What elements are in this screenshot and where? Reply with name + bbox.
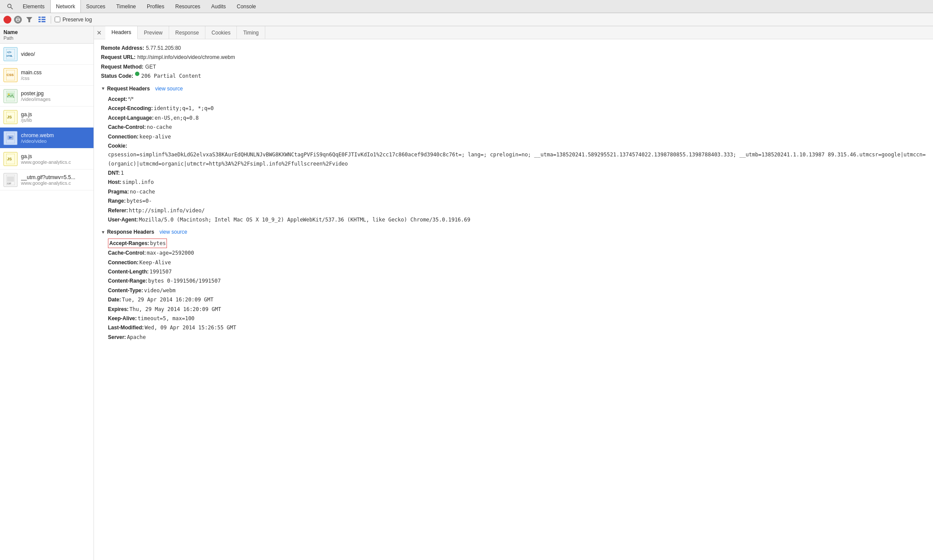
svg-rect-17 <box>7 93 14 98</box>
file-info: __utm.gif?utmwv=5.5... www.google-analyt… <box>21 174 75 186</box>
header-key: Referer: <box>108 206 128 215</box>
header-entry: Accept: */* <box>108 95 926 104</box>
header-key: DNT: <box>108 169 120 177</box>
svg-rect-5 <box>38 17 41 18</box>
file-name: main.css <box>21 69 42 76</box>
file-name: chrome.webm <box>21 132 54 138</box>
file-name: poster.jpg <box>21 90 51 97</box>
webm-icon <box>3 131 17 145</box>
list-view-button[interactable] <box>37 16 47 24</box>
svg-rect-9 <box>38 21 41 22</box>
header-key: Pragma: <box>108 187 129 196</box>
tab-console[interactable]: Console <box>232 0 262 13</box>
css-icon: CSS <box>3 68 17 82</box>
file-name: ga.js <box>21 153 71 159</box>
tab-sources[interactable]: Sources <box>81 0 111 13</box>
tab-timing[interactable]: Timing <box>237 26 265 39</box>
tab-audits[interactable]: Audits <box>206 0 231 13</box>
header-val: no-cache <box>147 123 172 131</box>
header-val: bytes 0-1991506/1991507 <box>148 277 221 285</box>
search-button[interactable] <box>3 3 17 10</box>
header-val: Keep-Alive <box>139 258 171 267</box>
svg-marker-4 <box>26 17 32 22</box>
request-method-row: Request Method: GET <box>101 62 926 71</box>
request-url-value: http://simpl.info/video/video/chrome.web… <box>137 53 235 62</box>
tab-cookies[interactable]: Cookies <box>205 26 237 39</box>
header-entry: Cache-Control: no-cache <box>108 123 926 131</box>
status-indicator <box>135 72 139 76</box>
header-val: Wed, 09 Apr 2014 15:26:55 GMT <box>145 323 236 332</box>
tab-profiles[interactable]: Profiles <box>142 0 170 13</box>
header-key: User-Agent: <box>108 215 138 224</box>
header-entry: Expires: Thu, 29 May 2014 16:20:09 GMT <box>108 305 926 314</box>
header-val: */* <box>128 95 134 104</box>
header-val: keep-alive <box>139 132 171 141</box>
svg-rect-8 <box>42 19 45 20</box>
header-val: bytes=0- <box>127 197 152 205</box>
filter-button[interactable] <box>24 16 34 23</box>
svg-text:HTML: HTML <box>7 55 13 57</box>
tab-response[interactable]: Response <box>169 26 205 39</box>
status-code-label: Status Code: <box>101 72 133 80</box>
header-val: video/webm <box>144 286 175 295</box>
request-headers-view-source[interactable]: view source <box>155 84 183 93</box>
header-entry: Server: Apache <box>108 333 926 342</box>
request-headers-toggle[interactable]: ▼ <box>101 85 105 92</box>
request-method-label: Request Method: <box>101 62 143 71</box>
tab-network[interactable]: Network <box>50 0 81 13</box>
image-icon <box>3 89 17 103</box>
list-item[interactable]: JS ga.js www.google-analytics.c <box>0 149 94 169</box>
svg-text:CSS: CSS <box>7 73 14 77</box>
response-headers-toggle[interactable]: ▼ <box>101 228 105 236</box>
header-key: Connection: <box>108 132 139 141</box>
header-entry: Connection: Keep-Alive <box>108 258 926 267</box>
header-key: Cache-Control: <box>108 249 146 257</box>
svg-rect-6 <box>42 17 45 18</box>
list-item[interactable]: chrome.webm /video/video <box>0 128 94 149</box>
header-entry: User-Agent: Mozilla/5.0 (Macintosh; Inte… <box>108 215 926 224</box>
header-key: Keep-Alive: <box>108 314 137 323</box>
header-entry: Accept-Ranges: bytes <box>108 239 926 248</box>
tab-timeline[interactable]: Timeline <box>111 0 142 13</box>
remote-address-value: 5.77.51.205:80 <box>146 44 181 52</box>
left-panel: Name Path </>HTML video/ CSS main <box>0 26 94 560</box>
tab-elements[interactable]: Elements <box>17 0 50 13</box>
header-key: Server: <box>108 333 126 342</box>
request-method-value: GET <box>145 62 156 71</box>
header-key: Date: <box>108 295 121 304</box>
header-val: identity;q=1, *;q=0 <box>154 104 214 113</box>
html-icon: </>HTML <box>3 47 17 61</box>
list-item[interactable]: CSS main.css /css <box>0 65 94 86</box>
status-code-value: 206 Partial Content <box>141 72 201 80</box>
remote-address-row: Remote Address: 5.77.51.205:80 <box>101 44 926 52</box>
detail-content: Remote Address: 5.77.51.205:80 Request U… <box>94 39 933 560</box>
header-entry: Accept-Encoding: identity;q=1, *;q=0 <box>108 104 926 113</box>
list-item[interactable]: </>HTML video/ <box>0 44 94 65</box>
header-entry: Keep-Alive: timeout=5, max=100 <box>108 314 926 323</box>
close-button[interactable]: ✕ <box>96 29 103 36</box>
list-item[interactable]: poster.jpg /video/images <box>0 86 94 107</box>
file-info: video/ <box>21 51 35 57</box>
header-entry: Content-Length: 1991507 <box>108 267 926 276</box>
tab-headers[interactable]: Headers <box>105 26 138 39</box>
response-headers-view-source[interactable]: view source <box>160 228 187 236</box>
preserve-log-label[interactable]: Preserve log <box>55 17 92 23</box>
tab-resources[interactable]: Resources <box>170 0 206 13</box>
header-entry: Date: Tue, 29 Apr 2014 16:20:09 GMT <box>108 295 926 304</box>
header-key: Accept: <box>108 95 127 104</box>
header-val: en-US,en;q=0.8 <box>155 114 199 122</box>
list-item[interactable]: JS ga.js /js/lib <box>0 107 94 128</box>
header-entry: Content-Range: bytes 0-1991506/1991507 <box>108 277 926 285</box>
list-item[interactable]: GIF __utm.gif?utmwv=5.5... www.google-an… <box>0 169 94 190</box>
header-key: Accept-Encoding: <box>108 104 153 113</box>
record-button[interactable] <box>3 16 11 24</box>
svg-text:JS: JS <box>7 157 12 161</box>
file-info: main.css /css <box>21 69 42 81</box>
header-entry: Accept-Language: en-US,en;q=0.8 <box>108 114 926 122</box>
tab-preview[interactable]: Preview <box>138 26 169 39</box>
request-url-label: Request URL: <box>101 53 135 62</box>
clear-button[interactable] <box>14 16 22 24</box>
preserve-log-checkbox[interactable] <box>55 17 60 22</box>
header-val: bytes <box>150 239 166 248</box>
preserve-log-text: Preserve log <box>62 17 92 23</box>
